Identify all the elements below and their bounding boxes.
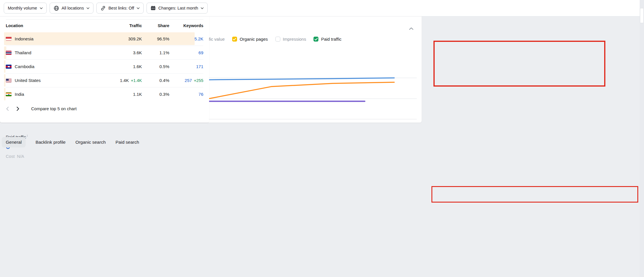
location-row-cambodia[interactable]: Cambodia1.6K0.5%171 <box>6 59 203 73</box>
chevron-down-icon <box>40 7 43 9</box>
tab-general[interactable]: General <box>2 137 26 147</box>
column-keywords: Keywords <box>169 23 203 28</box>
filter-all-locations[interactable]: All locations <box>50 3 93 14</box>
checkbox-box <box>275 37 280 42</box>
tab-backlink-profile[interactable]: Backlink profile <box>35 137 65 147</box>
location-row-indonesia[interactable]: Indonesia309.2K96.5%5.2K <box>6 32 203 46</box>
collapse-chevron-up-icon[interactable] <box>409 26 414 31</box>
traffic-cell: 1.1K <box>99 92 142 97</box>
checkbox-organic-pages[interactable]: Organic pages <box>232 37 268 42</box>
filter-best-links-off[interactable]: Best links: Off <box>96 3 144 14</box>
traffic-by-location-card: Traffic by location Organic90 Paid0 Loca… <box>0 0 209 123</box>
chevron-down-icon <box>87 7 89 9</box>
section-tabs: GeneralBacklink profileOrganic searchPai… <box>2 136 139 149</box>
flag-us-icon <box>6 78 12 83</box>
tab-organic-search[interactable]: Organic search <box>75 137 106 147</box>
chevron-down-icon <box>137 7 140 9</box>
keywords-value-link[interactable]: 69 <box>198 50 203 55</box>
keywords-cell: 171 <box>169 64 203 69</box>
location-table-footer: Compare top 5 on chart <box>6 106 203 111</box>
annotation-box-indonesia-row <box>431 186 638 203</box>
column-share: Share <box>142 23 169 28</box>
share-cell: 0.5% <box>142 64 169 69</box>
checkbox-box <box>313 37 318 42</box>
traffic-cell: 3.6K <box>99 50 142 55</box>
top-toolbar: Monthly volumeAll locationsBest links: O… <box>0 0 644 16</box>
keywords-value-link[interactable]: 257 <box>185 78 192 83</box>
annotation-box-search-organic-metrics <box>433 41 605 87</box>
traffic-cell: 309.2K <box>99 36 142 41</box>
location-name: Cambodia <box>15 64 34 69</box>
column-location: Location <box>6 23 99 28</box>
location-table-body: Indonesia309.2K96.5%5.2KThailand3.6K1.1%… <box>6 32 203 101</box>
share-cell: 1.1% <box>142 50 169 55</box>
location-name: Indonesia <box>15 36 33 41</box>
flag-kh-icon <box>6 65 12 69</box>
keywords-cell: 5.2K <box>169 36 203 41</box>
share-cell: 0.3% <box>142 92 169 97</box>
location-row-united-states[interactable]: United States1.4K+1.4K0.4%257+255 <box>6 73 203 87</box>
filter-monthly-volume[interactable]: Monthly volume <box>4 3 47 14</box>
location-row-india[interactable]: India1.1K0.3%76 <box>6 87 203 101</box>
scrollbar-thumb[interactable] <box>640 8 644 23</box>
compare-top5-link[interactable]: Compare top 5 on chart <box>31 106 77 111</box>
location-row-thailand[interactable]: Thailand3.6K1.1%69 <box>6 46 203 59</box>
traffic-cell: 1.4K+1.4K <box>99 78 142 83</box>
checkbox-box <box>232 37 237 42</box>
toolbar-filter-group: Monthly volumeAll locationsBest links: O… <box>4 3 208 14</box>
keywords-value-link[interactable]: 76 <box>198 92 203 97</box>
keywords-value-link[interactable]: 171 <box>196 64 203 69</box>
keywords-cell: 76 <box>169 92 203 97</box>
keywords-cell: 257+255 <box>169 78 203 83</box>
keywords-cell: 69 <box>169 50 203 55</box>
chevron-down-icon <box>201 7 204 9</box>
page-next-chevron-icon[interactable] <box>16 106 20 111</box>
traffic-cell: 1.6K <box>99 64 142 69</box>
share-cell: 0.4% <box>142 78 169 83</box>
scrollbar-track[interactable] <box>640 0 644 277</box>
location-name: United States <box>15 78 41 83</box>
location-name: India <box>15 92 24 97</box>
calendar-icon <box>151 5 156 11</box>
checkbox-paid-traffic[interactable]: Paid traffic <box>313 37 341 42</box>
location-table-header: Location Traffic Share Keywords <box>6 20 203 32</box>
cost-line: CostN/A <box>6 154 108 159</box>
share-cell: 96.5% <box>142 36 169 41</box>
flag-id-icon <box>6 37 12 41</box>
filter-changes-last-month[interactable]: Changes: Last month <box>147 3 208 14</box>
tab-paid-search[interactable]: Paid search <box>116 137 139 147</box>
flag-in-icon <box>6 92 12 96</box>
keywords-value-link[interactable]: 5.2K <box>194 36 203 41</box>
page-previous-chevron-icon[interactable] <box>6 106 9 111</box>
flag-th-icon <box>6 51 12 55</box>
link-icon <box>100 5 106 11</box>
checkbox-impressions[interactable]: Impressions <box>275 37 306 42</box>
location-name: Thailand <box>15 50 31 55</box>
globe-icon <box>54 5 59 11</box>
column-traffic: Traffic <box>99 23 142 28</box>
